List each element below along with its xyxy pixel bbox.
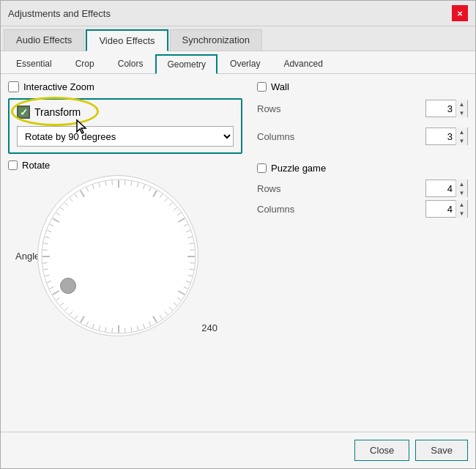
puzzle-columns-row: Columns ▲ ▼: [257, 200, 468, 218]
svg-line-11: [169, 202, 172, 205]
sub-tab-advanced[interactable]: Advanced: [272, 54, 333, 73]
svg-line-44: [81, 316, 84, 322]
right-panel: Wall Rows ▲ ▼ Columns: [250, 81, 468, 424]
svg-line-54: [44, 269, 48, 270]
svg-line-68: [81, 191, 84, 197]
puzzle-rows-input[interactable]: [426, 183, 455, 194]
dial[interactable]: [37, 175, 198, 336]
svg-line-29: [169, 307, 172, 310]
svg-line-32: [153, 316, 157, 322]
svg-line-3: [125, 180, 126, 185]
rows-row: Rows ▲ ▼: [257, 100, 468, 117]
save-button[interactable]: Save: [415, 440, 468, 461]
puzzle-rows-down-arrow[interactable]: ▼: [455, 188, 467, 197]
puzzle-columns-arrows: ▲ ▼: [455, 200, 467, 218]
svg-line-9: [160, 194, 162, 198]
puzzle-section: Puzzle game Rows ▲ ▼ Columns: [257, 163, 468, 221]
sub-tab-geometry[interactable]: Geometry: [155, 54, 217, 74]
wall-label: Wall: [271, 81, 289, 92]
sub-tab-overlay[interactable]: Overlay: [219, 54, 271, 73]
rotate-section: Rotate Angle: [8, 160, 242, 336]
svg-line-45: [75, 315, 77, 319]
svg-line-14: [178, 218, 185, 222]
rows-label: Rows: [257, 103, 316, 114]
rows-arrows: ▲ ▼: [455, 100, 467, 117]
svg-line-35: [137, 326, 138, 330]
svg-line-8: [153, 191, 157, 197]
rows-down-arrow[interactable]: ▼: [455, 108, 467, 117]
svg-line-71: [99, 183, 100, 188]
columns-input[interactable]: [426, 131, 455, 142]
svg-line-57: [42, 250, 47, 251]
svg-line-50: [53, 291, 59, 295]
dialog: Adjustments and Effects × Audio Effects …: [0, 0, 476, 469]
columns-spinner: ▲ ▼: [425, 128, 468, 145]
svg-line-25: [184, 287, 187, 289]
svg-line-43: [86, 322, 89, 325]
interactive-zoom-row: Interactive Zoom: [8, 81, 242, 92]
transform-rotate-select[interactable]: Rotate by 90 degrees Rotate by 180 degre…: [17, 126, 234, 147]
rows-spinner: ▲ ▼: [425, 100, 468, 117]
interactive-zoom-checkbox[interactable]: [8, 81, 19, 92]
rotate-checkbox[interactable]: [8, 160, 18, 170]
svg-line-24: [186, 281, 190, 283]
sub-tab-colors[interactable]: Colors: [107, 54, 155, 73]
svg-line-4: [131, 182, 132, 186]
sub-tab-essential[interactable]: Essential: [5, 54, 63, 73]
dial-container: Angle: [8, 175, 228, 336]
puzzle-columns-down-arrow[interactable]: ▼: [455, 209, 467, 218]
svg-line-40: [105, 328, 106, 332]
puzzle-checkbox[interactable]: [257, 163, 267, 173]
svg-line-55: [42, 263, 47, 264]
title-bar: Adjustments and Effects ×: [1, 1, 475, 26]
svg-line-27: [177, 298, 181, 300]
rows-input[interactable]: [426, 103, 455, 114]
dial-knob[interactable]: [60, 278, 76, 294]
svg-line-60: [47, 230, 51, 232]
tab-video-effects[interactable]: Video Effects: [86, 29, 168, 51]
columns-row: Columns ▲ ▼: [257, 128, 468, 145]
footer: Close Save: [1, 432, 475, 468]
angle-label: Angle: [15, 251, 40, 262]
dial-ticks-svg: [38, 176, 199, 337]
svg-line-47: [64, 307, 67, 310]
svg-line-23: [188, 275, 193, 276]
sub-tab-crop[interactable]: Crop: [64, 54, 105, 73]
transform-box: ✓ Transform Rotate by 90 degrees Rotate …: [8, 98, 242, 154]
left-panel: Interactive Zoom ✓ Transform: [8, 81, 242, 424]
puzzle-columns-input[interactable]: [426, 204, 455, 215]
tab-synchronization[interactable]: Synchronization: [170, 29, 263, 51]
transform-label: Transform: [34, 106, 81, 118]
svg-line-37: [125, 328, 126, 333]
svg-line-61: [50, 224, 53, 226]
close-button[interactable]: Close: [354, 440, 409, 461]
svg-line-48: [60, 303, 64, 306]
puzzle-rows-arrows: ▲ ▼: [455, 180, 467, 197]
columns-label: Columns: [257, 131, 316, 142]
rows-up-arrow[interactable]: ▲: [455, 100, 467, 108]
content-area: Interactive Zoom ✓ Transform: [1, 74, 475, 432]
svg-line-65: [64, 202, 67, 205]
svg-line-6: [144, 185, 145, 189]
svg-line-34: [144, 324, 145, 328]
puzzle-columns-up-arrow[interactable]: ▲: [455, 200, 467, 209]
puzzle-rows-up-arrow[interactable]: ▲: [455, 180, 467, 188]
svg-line-66: [70, 198, 72, 202]
svg-line-10: [165, 198, 168, 202]
svg-line-64: [60, 207, 64, 210]
puzzle-columns-spinner: ▲ ▼: [425, 200, 468, 218]
top-tabs: Audio Effects Video Effects Synchronizat…: [1, 26, 475, 51]
svg-line-22: [190, 269, 194, 270]
svg-line-46: [70, 311, 72, 315]
close-title-button[interactable]: ×: [452, 5, 468, 21]
svg-line-7: [149, 188, 151, 191]
tab-audio-effects[interactable]: Audio Effects: [4, 29, 84, 51]
svg-line-70: [92, 185, 94, 189]
columns-down-arrow[interactable]: ▼: [455, 136, 467, 145]
svg-line-53: [45, 275, 50, 276]
svg-line-31: [160, 315, 162, 319]
svg-line-67: [75, 194, 77, 198]
puzzle-rows-label: Rows: [257, 183, 316, 194]
wall-checkbox[interactable]: [257, 82, 267, 92]
columns-up-arrow[interactable]: ▲: [455, 128, 467, 136]
